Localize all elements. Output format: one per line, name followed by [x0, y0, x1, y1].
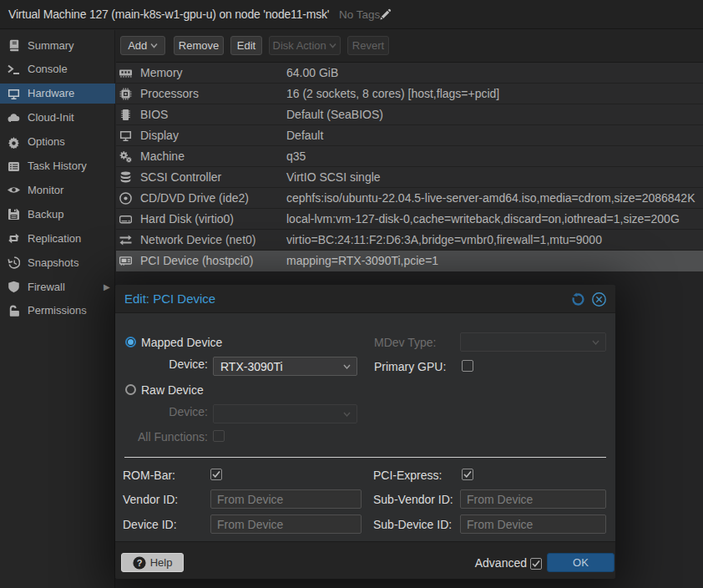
- svg-text:?: ?: [136, 558, 142, 568]
